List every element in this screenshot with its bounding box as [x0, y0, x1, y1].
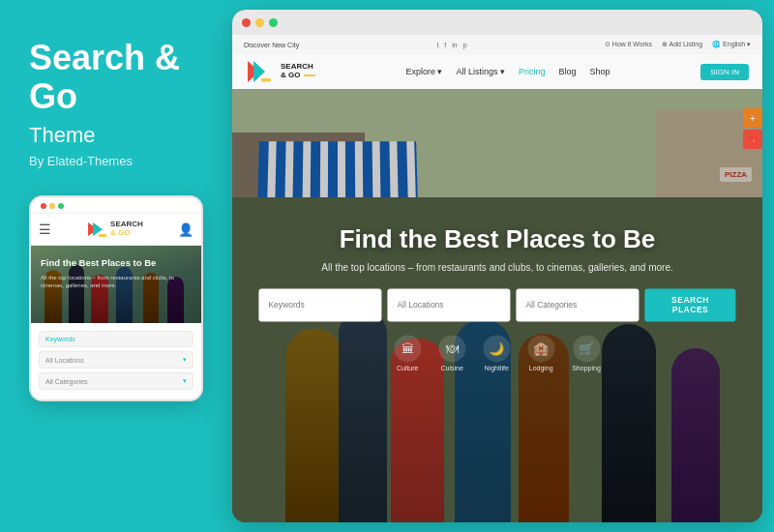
win-dot-red	[242, 18, 251, 27]
mobile-logo-text: SEARCH & GO	[110, 221, 143, 238]
lodging-label: Lodging	[529, 365, 553, 371]
culture-label: Culture	[397, 365, 419, 371]
desktop-mockup: Discover New City t f in p ⊙ How it Work…	[232, 10, 762, 522]
mobile-locations-input[interactable]: All Locations ▾	[39, 351, 194, 369]
category-cuisine[interactable]: 🍽 Cuisine	[438, 335, 465, 371]
mobile-hero-title: Find the Best Places to Be	[41, 257, 192, 269]
mobile-dot-red	[41, 203, 46, 209]
mobile-logo-icon	[86, 219, 107, 240]
social-twitter[interactable]: t	[436, 42, 438, 48]
desktop-window-bar	[232, 10, 762, 35]
side-btn-orange[interactable]: +	[743, 108, 762, 128]
cuisine-label: Cuisine	[441, 365, 463, 371]
theme-label: Theme	[29, 123, 203, 148]
nav-all-listings[interactable]: All Listings ▾	[456, 67, 505, 76]
user-icon: 👤	[178, 222, 194, 237]
shopping-label: Shopping	[572, 365, 601, 371]
mobile-keywords-input[interactable]: Keywords	[39, 331, 194, 347]
language-selector[interactable]: 🌐 English ▾	[712, 41, 751, 48]
nightlife-icon: 🌙	[483, 335, 510, 362]
mobile-search-form: Keywords All Locations ▾ All Categories …	[31, 323, 201, 399]
mobile-logo: SEARCH & GO	[86, 219, 143, 240]
desktop-main-nav: SEARCH & GO Explore ▾ All Listings ▾ Pri…	[232, 54, 762, 89]
hero-main-title: Find the Best Places to Be	[258, 224, 735, 254]
desktop-topbar-right: ⊙ How it Works ⊕ Add Listing 🌐 English ▾	[605, 41, 751, 48]
mobile-nav: ☰ SEARCH & GO 👤	[31, 214, 201, 246]
search-locations-input[interactable]	[387, 288, 510, 321]
mobile-dot-yellow	[49, 203, 55, 209]
side-btn-red[interactable]: 🔖	[743, 130, 762, 149]
search-places-button[interactable]: SEARCH PLACES	[644, 288, 735, 321]
mobile-hero-subtitle: All the top locations – from restaurants…	[41, 274, 192, 290]
hero-categories: 🏛 Culture 🍽 Cuisine 🌙 Nightlife 🏨 Lodgin…	[258, 335, 735, 371]
how-it-works-link[interactable]: ⊙ How it Works	[605, 41, 652, 48]
nav-explore[interactable]: Explore ▾	[405, 67, 442, 76]
mobile-window-bar	[31, 197, 201, 214]
locations-chevron-icon: ▾	[183, 356, 187, 364]
nav-pricing[interactable]: Pricing	[519, 67, 546, 76]
author-label: By Elated-Themes	[29, 154, 203, 168]
social-facebook[interactable]: f	[444, 42, 446, 48]
mobile-dots	[41, 203, 64, 209]
main-title: Search & Go	[29, 39, 203, 115]
nav-shop[interactable]: Shop	[589, 67, 610, 76]
cuisine-icon: 🍽	[438, 335, 465, 362]
svg-rect-5	[261, 78, 271, 82]
hamburger-icon: ☰	[39, 222, 51, 237]
win-dot-yellow	[255, 18, 264, 27]
category-lodging[interactable]: 🏨 Lodging	[527, 335, 554, 371]
category-nightlife[interactable]: 🌙 Nightlife	[483, 335, 510, 371]
mobile-mockup: ☰ SEARCH & GO 👤	[29, 195, 203, 401]
nightlife-label: Nightlife	[485, 365, 509, 371]
hero-subtitle-text: All the top locations – from restaurants…	[258, 262, 735, 273]
svg-marker-1	[93, 222, 103, 236]
desktop-hero: PIZZA + 🔖 Find the Best Places to Be All…	[232, 89, 762, 522]
desktop-logo: SEARCH & GO	[246, 59, 315, 84]
left-panel: Search & Go Theme By Elated-Themes ☰	[0, 0, 232, 532]
social-instagram[interactable]: in	[452, 42, 457, 48]
mobile-categories-input[interactable]: All Categories ▾	[39, 372, 194, 390]
desktop-topbar-strip: Discover New City t f in p ⊙ How it Work…	[232, 35, 762, 54]
svg-rect-2	[99, 234, 106, 237]
hero-search-bar: SEARCH PLACES	[258, 288, 735, 321]
desktop-logo-icon	[246, 59, 273, 84]
lodging-icon: 🏨	[527, 335, 554, 362]
hero-side-buttons: + 🔖	[743, 108, 762, 149]
category-culture[interactable]: 🏛 Culture	[394, 335, 421, 371]
desktop-site: Discover New City t f in p ⊙ How it Work…	[232, 35, 762, 522]
desktop-nav-links: Explore ▾ All Listings ▾ Pricing Blog Sh…	[405, 67, 610, 76]
shopping-icon: 🛒	[573, 335, 600, 362]
mobile-dot-green	[58, 203, 64, 209]
categories-chevron-icon: ▾	[183, 377, 187, 385]
category-shopping[interactable]: 🛒 Shopping	[572, 335, 601, 371]
nav-blog[interactable]: Blog	[558, 67, 576, 76]
search-keywords-input[interactable]	[258, 288, 381, 321]
search-categories-input[interactable]	[516, 288, 639, 321]
topbar-discover: Discover New City	[244, 42, 299, 48]
mobile-hero-content: Find the Best Places to Be All the top l…	[41, 257, 192, 290]
hero-content: Find the Best Places to Be All the top l…	[258, 224, 735, 371]
add-listing-link[interactable]: ⊕ Add Listing	[662, 41, 702, 48]
mobile-hero: Find the Best Places to Be All the top l…	[31, 246, 201, 323]
social-pinterest[interactable]: p	[463, 42, 467, 48]
win-dot-green	[269, 18, 278, 27]
sign-in-button[interactable]: SIGN IN	[700, 64, 749, 80]
culture-icon: 🏛	[394, 335, 421, 362]
